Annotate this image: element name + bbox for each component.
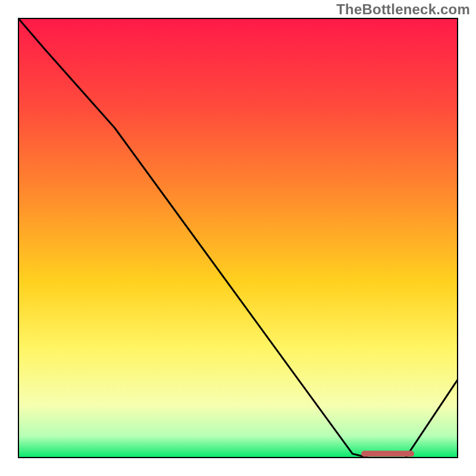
- chart-svg: [18, 18, 458, 458]
- chart-container: TheBottleneck.com: [0, 0, 476, 476]
- watermark-text: TheBottleneck.com: [336, 1, 470, 18]
- gradient-rect: [18, 18, 458, 458]
- highlight-bar: [361, 451, 414, 457]
- plot-area: [18, 18, 458, 458]
